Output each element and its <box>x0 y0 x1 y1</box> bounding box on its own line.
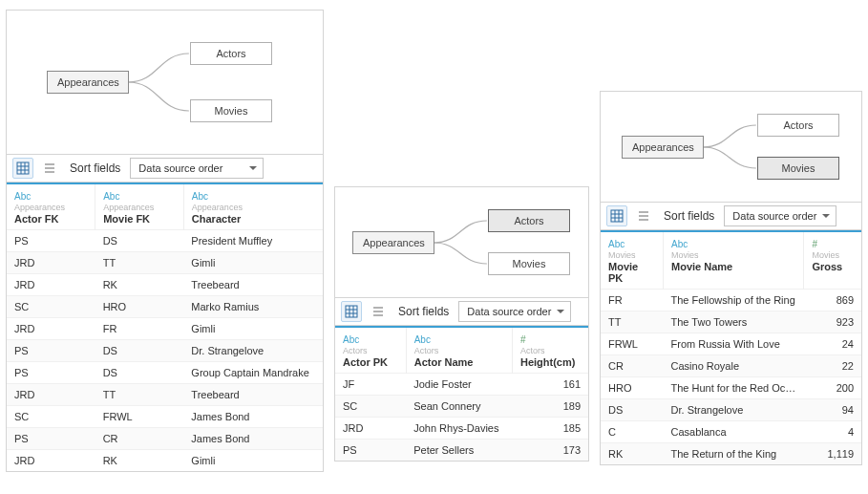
cell: SC <box>7 406 95 428</box>
col-title: Actor Name <box>414 356 504 371</box>
table-row[interactable]: FRWLFrom Russia With Love24 <box>601 333 861 355</box>
list-view-icon[interactable] <box>633 205 654 226</box>
col-header[interactable]: Abc Movies Movie Name <box>664 232 804 290</box>
table-row[interactable]: PSPeter Sellers173 <box>335 440 588 462</box>
table-row[interactable]: SCFRWLJames Bond <box>7 406 323 428</box>
table-row[interactable]: JRDRKGimli <box>7 450 323 472</box>
cell: DS <box>601 399 664 421</box>
cell: JRD <box>7 450 95 472</box>
col-header[interactable]: Abc Actors Actor Name <box>406 328 512 374</box>
table-row[interactable]: HROThe Hunt for the Red October200 <box>601 377 861 399</box>
table-row[interactable]: PSDSGroup Captain Mandrake <box>7 362 323 384</box>
list-view-icon[interactable] <box>368 301 389 322</box>
cell: DS <box>95 362 184 384</box>
cell: Treebeard <box>183 384 323 406</box>
col-title: Movie FK <box>103 213 176 227</box>
cell: 22 <box>804 355 861 377</box>
svg-rect-16 <box>611 210 623 222</box>
cell: President Muffley <box>183 230 323 252</box>
col-source: Actors <box>343 346 398 355</box>
cell: PS <box>335 440 406 462</box>
cell: Gimli <box>183 318 323 340</box>
cell: 173 <box>512 440 588 462</box>
sort-value: Data source order <box>467 306 551 317</box>
cell: 923 <box>804 311 861 333</box>
col-header[interactable]: # Movies Gross <box>804 232 861 290</box>
sort-label: Sort fields <box>398 305 449 318</box>
type-abc-icon: Abc <box>192 191 208 202</box>
grid-view-icon[interactable] <box>341 301 362 322</box>
col-title: Movie PK <box>608 261 655 287</box>
cell: JF <box>335 374 406 396</box>
cell: JRD <box>7 274 95 296</box>
table-row[interactable]: TTThe Two Towers923 <box>601 311 861 333</box>
table-row[interactable]: PSDSDr. Strangelove <box>7 340 323 362</box>
type-abc-icon: Abc <box>414 334 431 345</box>
table-row[interactable]: PSCRJames Bond <box>7 428 323 450</box>
col-header[interactable]: Abc Appearances Movie FK <box>95 184 184 230</box>
cell: James Bond <box>183 406 323 428</box>
cell: 94 <box>804 399 861 421</box>
node-appearances[interactable]: Appearances <box>47 71 129 94</box>
col-header[interactable]: Abc Appearances Actor FK <box>7 184 95 230</box>
panel-appearances: Appearances Actors Movies Sort fields Da… <box>6 10 324 472</box>
cell: CR <box>95 428 184 450</box>
cell: Gimli <box>183 450 323 472</box>
table-row[interactable]: FRThe Fellowship of the Ring869 <box>601 290 861 311</box>
col-header[interactable]: Abc Actors Actor PK <box>335 328 406 374</box>
cell: RK <box>601 443 664 465</box>
col-header[interactable]: Abc Movies Movie PK <box>601 232 664 290</box>
table-row[interactable]: PSDSPresident Muffley <box>7 230 323 252</box>
sort-select[interactable]: Data source order <box>724 205 836 226</box>
sort-select[interactable]: Data source order <box>458 301 571 322</box>
table-row[interactable]: JFJodie Foster161 <box>335 374 588 396</box>
relationship-diagram: Appearances Actors Movies <box>601 92 861 202</box>
table-row[interactable]: SCSean Connery189 <box>335 396 588 418</box>
table-row[interactable]: JRDJohn Rhys-Davies185 <box>335 418 588 440</box>
node-appearances[interactable]: Appearances <box>622 136 704 159</box>
table-row[interactable]: JRDTTTreebeard <box>7 384 323 406</box>
node-movies[interactable]: Movies <box>757 157 839 180</box>
node-actors[interactable]: Actors <box>488 209 570 232</box>
cell: The Two Towers <box>664 311 804 333</box>
grid-view-icon[interactable] <box>12 158 33 179</box>
table-row[interactable]: JRDRKTreebeard <box>7 274 323 296</box>
cell: HRO <box>601 377 664 399</box>
cell: The Return of the King <box>664 443 804 465</box>
col-title: Actor PK <box>343 356 398 371</box>
col-header[interactable]: Abc Appearances Character <box>183 184 323 230</box>
node-label: Movies <box>215 105 248 117</box>
grid-toolbar: Sort fields Data source order <box>7 154 323 183</box>
table-row[interactable]: JRDTTGimli <box>7 252 323 274</box>
sort-select[interactable]: Data source order <box>130 158 264 179</box>
table-row[interactable]: SCHROMarko Ramius <box>7 296 323 318</box>
table-row[interactable]: DSDr. Strangelove94 <box>601 399 861 421</box>
node-actors[interactable]: Actors <box>757 114 839 137</box>
cell: PS <box>7 230 95 252</box>
cell: Gimli <box>183 252 323 274</box>
type-abc-icon: Abc <box>103 191 119 202</box>
cell: 4 <box>804 421 861 443</box>
cell: SC <box>335 396 406 418</box>
node-movies[interactable]: Movies <box>488 252 570 275</box>
table-row[interactable]: CRCasino Royale22 <box>601 355 861 377</box>
cell: PS <box>7 340 95 362</box>
cell: TT <box>601 311 664 333</box>
cell: DS <box>95 340 184 362</box>
cell: CR <box>601 355 664 377</box>
table-row[interactable]: RKThe Return of the King1,119 <box>601 443 861 465</box>
grid-toolbar: Sort fields Data source order <box>601 202 861 230</box>
node-movies[interactable]: Movies <box>190 99 272 122</box>
cell: 869 <box>804 290 861 311</box>
col-header[interactable]: # Actors Height(cm) <box>512 328 588 374</box>
cell: JRD <box>7 384 95 406</box>
col-title: Movie Name <box>671 261 795 275</box>
node-appearances[interactable]: Appearances <box>352 231 434 254</box>
table-row[interactable]: CCasablanca4 <box>601 421 861 443</box>
list-view-icon[interactable] <box>39 158 60 179</box>
panel-actors: Appearances Actors Movies Sort fields Da… <box>334 186 589 462</box>
grid-view-icon[interactable] <box>606 205 627 226</box>
cell: PS <box>7 362 95 384</box>
node-actors[interactable]: Actors <box>190 42 272 65</box>
table-row[interactable]: JRDFRGimli <box>7 318 323 340</box>
